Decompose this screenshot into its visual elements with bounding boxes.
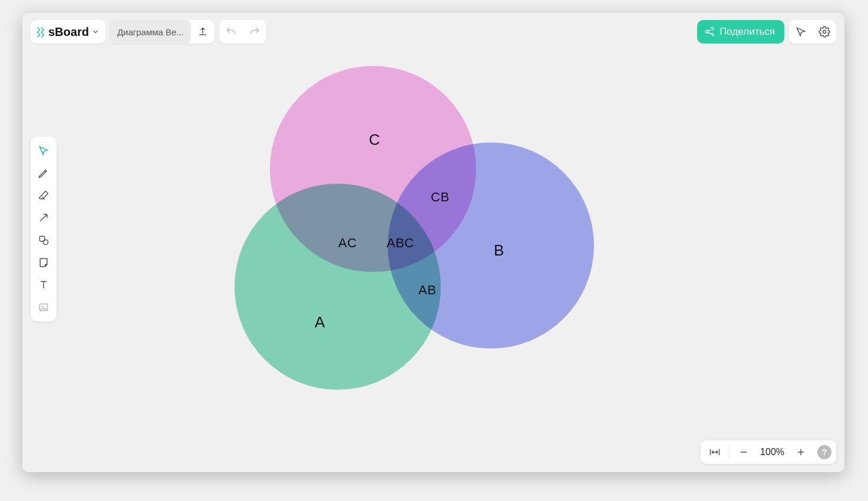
venn-label-ab: AB xyxy=(418,283,436,298)
svg-point-4 xyxy=(41,306,43,307)
select-tool[interactable] xyxy=(33,140,54,161)
upload-button[interactable] xyxy=(191,20,214,44)
separator xyxy=(729,446,730,459)
share-button[interactable]: Поделиться xyxy=(697,20,784,44)
share-label: Поделиться xyxy=(720,26,775,38)
image-tool[interactable] xyxy=(33,297,54,318)
undo-button[interactable] xyxy=(219,20,243,44)
brand-icon xyxy=(34,26,46,38)
settings-button[interactable] xyxy=(813,20,836,44)
canvas[interactable]: C B A CB AC ABC AB xyxy=(22,13,844,472)
app-frame: C B A CB AC ABC AB sBoard Диаграмма Ве..… xyxy=(22,13,844,472)
topbar-right: Поделиться xyxy=(697,20,836,44)
eraser-tool[interactable] xyxy=(33,185,54,206)
text-tool[interactable] xyxy=(33,274,54,296)
redo-button[interactable] xyxy=(243,20,266,44)
document-title[interactable]: Диаграмма Ве... xyxy=(110,20,191,44)
tool-toolbar xyxy=(31,137,57,321)
svg-point-2 xyxy=(43,240,48,244)
zoom-out-button[interactable] xyxy=(734,440,753,464)
arrow-tool[interactable] xyxy=(33,207,54,228)
pointer-mode-button[interactable] xyxy=(789,20,813,44)
zoom-in-button[interactable] xyxy=(791,440,810,464)
brand-menu[interactable]: sBoard xyxy=(31,20,105,44)
venn-label-c: C xyxy=(369,131,380,149)
share-icon xyxy=(704,26,715,37)
svg-point-0 xyxy=(823,31,826,34)
topbar-left: sBoard Диаграмма Ве... xyxy=(31,20,266,44)
sticky-note-tool[interactable] xyxy=(33,252,54,273)
venn-label-b: B xyxy=(494,241,504,260)
chevron-down-icon xyxy=(91,28,100,36)
venn-label-a: A xyxy=(315,313,325,331)
fit-width-button[interactable] xyxy=(705,440,724,464)
zoom-level[interactable]: 100% xyxy=(757,447,788,457)
venn-label-ac: AC xyxy=(338,235,357,251)
document-title-group: Диаграмма Ве... xyxy=(110,20,214,44)
help-button[interactable]: ? xyxy=(817,445,831,459)
shape-tool[interactable] xyxy=(33,230,54,251)
zoom-bar: 100% ? xyxy=(701,440,836,464)
venn-set-a[interactable] xyxy=(235,184,441,390)
undo-redo-group xyxy=(219,20,266,44)
topbar-right-icons xyxy=(789,20,836,44)
venn-label-abc: ABC xyxy=(387,235,414,251)
venn-label-cb: CB xyxy=(431,190,450,205)
brand-name: sBoard xyxy=(48,25,89,39)
pencil-tool[interactable] xyxy=(33,162,54,184)
venn-diagram[interactable]: C B A CB AC ABC AB xyxy=(223,66,600,407)
